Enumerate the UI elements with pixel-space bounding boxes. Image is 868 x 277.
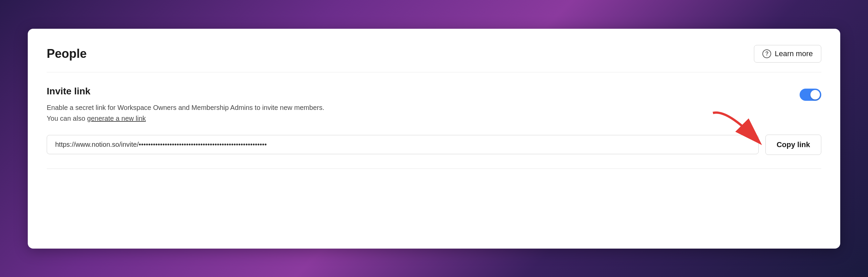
section-title: Invite link — [47, 86, 324, 97]
description-line1: Enable a secret link for Workspace Owner… — [47, 104, 324, 111]
link-row: Copy link — [47, 135, 821, 155]
toggle-knob — [810, 90, 820, 99]
invite-link-section: Invite link Enable a secret link for Wor… — [47, 86, 821, 155]
copy-link-button[interactable]: Copy link — [765, 135, 821, 155]
top-divider — [47, 72, 821, 72]
description-line2-prefix: You can also — [47, 115, 87, 122]
generate-link[interactable]: generate a new link — [87, 115, 146, 122]
invite-link-toggle[interactable] — [800, 89, 821, 101]
section-text: Invite link Enable a secret link for Wor… — [47, 86, 324, 124]
page-title: People — [47, 47, 87, 61]
bottom-divider — [47, 168, 821, 169]
section-header: Invite link Enable a secret link for Wor… — [47, 86, 821, 124]
section-description: Enable a secret link for Workspace Owner… — [47, 102, 324, 124]
learn-more-button[interactable]: ? Learn more — [754, 45, 821, 63]
help-circle-icon: ? — [762, 49, 771, 58]
invite-link-input[interactable] — [47, 135, 759, 154]
toggle-container — [800, 89, 821, 101]
card-header: People ? Learn more — [47, 45, 821, 63]
learn-more-label: Learn more — [775, 49, 813, 58]
people-card: People ? Learn more Invite link — [28, 29, 840, 249]
